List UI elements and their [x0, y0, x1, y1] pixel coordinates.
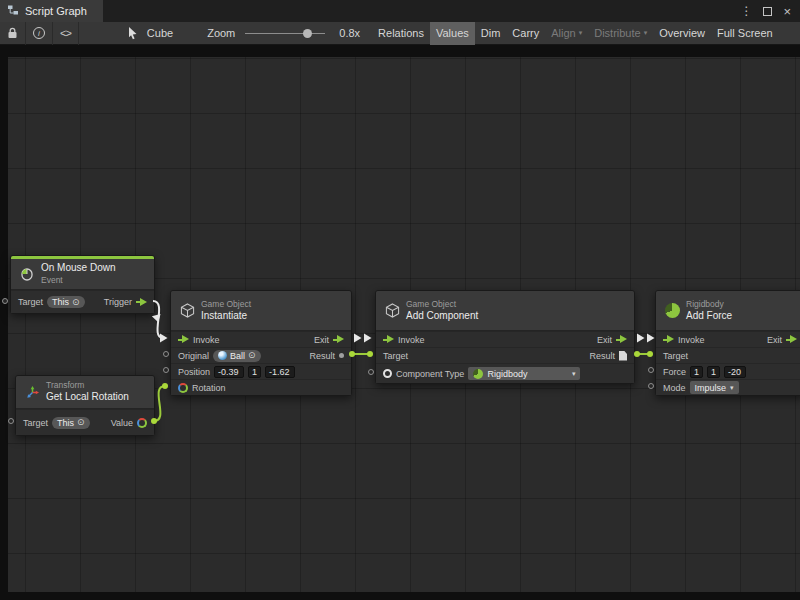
- zoom-slider-track: [245, 33, 325, 35]
- component-type-dropdown[interactable]: Rigidbody ▾: [468, 367, 580, 380]
- node-title: Instantiate: [201, 310, 251, 323]
- position-port-label: Position: [178, 367, 210, 377]
- divider: [78, 22, 79, 45]
- node-instantiate[interactable]: Game ObjectInstantiate Invoke Exit Origi…: [170, 290, 352, 396]
- zoom-value: 0.8x: [337, 27, 362, 39]
- maximize-icon[interactable]: [763, 7, 772, 16]
- button-label: Distribute: [594, 27, 640, 39]
- node-on-mouse-down[interactable]: On Mouse DownEvent Target This⊙ Trigger: [10, 255, 155, 314]
- port-row: Mode Impulse ▾: [656, 379, 800, 395]
- chevron-down-icon: ▾: [730, 384, 734, 392]
- align-button[interactable]: Align▾: [545, 22, 588, 45]
- node-category: Transform: [46, 380, 129, 391]
- code-icon[interactable]: <>: [53, 22, 78, 45]
- dropdown-value: Impulse: [695, 383, 727, 393]
- graph-target-label: Cube: [145, 27, 175, 39]
- target-port-label: Target: [18, 297, 43, 307]
- result-port-label: Result: [589, 351, 615, 361]
- overview-button[interactable]: Overview: [653, 22, 711, 45]
- rigidbody-icon: [473, 369, 483, 379]
- values-button[interactable]: Values: [430, 22, 475, 45]
- window-menu-icon[interactable]: ⋮: [740, 4, 752, 18]
- port-row: Target This⊙ Trigger: [11, 290, 154, 313]
- chip-label: This: [57, 418, 74, 428]
- type-port-ring[interactable]: [383, 369, 392, 378]
- invoke-flow-port[interactable]: [383, 335, 394, 344]
- force-x-field[interactable]: 1: [690, 366, 703, 378]
- titlebar: Script Graph ⋮ ×: [0, 0, 800, 22]
- node-add-force[interactable]: RigidbodyAdd Force Invoke Exit Target Fo…: [655, 290, 800, 396]
- titlebar-controls: ⋮ ×: [740, 0, 800, 22]
- zoom-slider-handle[interactable]: [303, 29, 312, 38]
- invoke-flow-port[interactable]: [663, 335, 674, 344]
- info-icon[interactable]: i: [26, 22, 52, 45]
- value-port-label: Value: [111, 418, 133, 428]
- node-title: On Mouse Down: [41, 262, 115, 275]
- node-title: Get Local Rotation: [46, 391, 129, 404]
- exit-flow-port[interactable]: [786, 335, 797, 344]
- mode-port-label: Mode: [663, 383, 686, 393]
- force-z-field[interactable]: -20: [724, 366, 746, 378]
- flow-row: Invoke Exit: [376, 331, 634, 347]
- button-label: Carry: [512, 27, 539, 39]
- button-label: Overview: [659, 27, 705, 39]
- node-header: Game ObjectInstantiate: [171, 291, 351, 331]
- rotation-port-label: Rotation: [192, 383, 226, 393]
- invoke-port-label: Invoke: [193, 335, 220, 345]
- tab-title: Script Graph: [25, 5, 87, 17]
- position-z-field[interactable]: -1.62: [265, 366, 295, 378]
- exit-flow-port[interactable]: [616, 335, 627, 344]
- object-picker-icon[interactable]: ⊙: [248, 351, 256, 360]
- object-picker-icon[interactable]: ⊙: [77, 418, 85, 427]
- position-x-field[interactable]: -0.39: [214, 366, 244, 378]
- lock-icon[interactable]: [0, 22, 25, 45]
- fullscreen-button[interactable]: Full Screen: [711, 22, 779, 45]
- chevron-down-icon: ▾: [644, 29, 648, 37]
- port-row: Target This⊙ Value: [16, 409, 154, 435]
- port-row: Target: [656, 347, 800, 363]
- node-header: RigidbodyAdd Force: [656, 291, 800, 331]
- button-label: Dim: [481, 27, 501, 39]
- exit-port-label: Exit: [597, 335, 612, 345]
- chevron-down-icon: ▾: [572, 370, 576, 378]
- ball-prefab-icon: [218, 351, 227, 360]
- zoom-slider[interactable]: [245, 22, 325, 45]
- dim-button[interactable]: Dim: [475, 22, 507, 45]
- result-port[interactable]: [339, 353, 344, 358]
- port-row: Rotation: [171, 379, 351, 395]
- node-get-local-rotation[interactable]: TransformGet Local Rotation Target This⊙…: [15, 375, 155, 436]
- exit-flow-port[interactable]: [333, 335, 344, 344]
- target-object-chip[interactable]: This⊙: [52, 417, 90, 429]
- carry-button[interactable]: Carry: [506, 22, 545, 45]
- force-mode-dropdown[interactable]: Impulse ▾: [690, 381, 739, 394]
- position-y-field[interactable]: 1: [248, 366, 261, 378]
- target-object-chip[interactable]: This⊙: [47, 296, 85, 308]
- tab-script-graph[interactable]: Script Graph: [0, 0, 103, 22]
- exit-port-label: Exit: [314, 335, 329, 345]
- target-port-label: Target: [663, 351, 688, 361]
- force-y-field[interactable]: 1: [707, 366, 720, 378]
- distribute-button[interactable]: Distribute▾: [588, 22, 653, 45]
- chip-label: Ball: [230, 351, 245, 361]
- relations-button[interactable]: Relations: [372, 22, 430, 45]
- trigger-flow-port[interactable]: [136, 298, 147, 307]
- button-label: Values: [436, 27, 469, 39]
- node-add-component[interactable]: Game ObjectAdd Component Invoke Exit Tar…: [375, 290, 635, 384]
- cursor-icon: [119, 22, 145, 45]
- transform-icon: [24, 386, 40, 399]
- button-label: Relations: [378, 27, 424, 39]
- port-row: Target Result: [376, 347, 634, 363]
- node-title: Add Component: [406, 310, 478, 323]
- object-picker-icon[interactable]: ⊙: [72, 298, 80, 307]
- original-object-chip[interactable]: Ball⊙: [213, 350, 261, 362]
- node-header: Game ObjectAdd Component: [376, 291, 634, 331]
- close-icon[interactable]: ×: [783, 4, 791, 19]
- target-port-label: Target: [383, 351, 408, 361]
- node-category: Game Object: [201, 299, 251, 310]
- invoke-port-label: Invoke: [678, 335, 705, 345]
- result-port-label: Result: [309, 351, 335, 361]
- chip-label: This: [52, 297, 69, 307]
- cube-icon: [179, 303, 195, 318]
- dropdown-value: Rigidbody: [487, 369, 527, 379]
- invoke-flow-port[interactable]: [178, 335, 189, 344]
